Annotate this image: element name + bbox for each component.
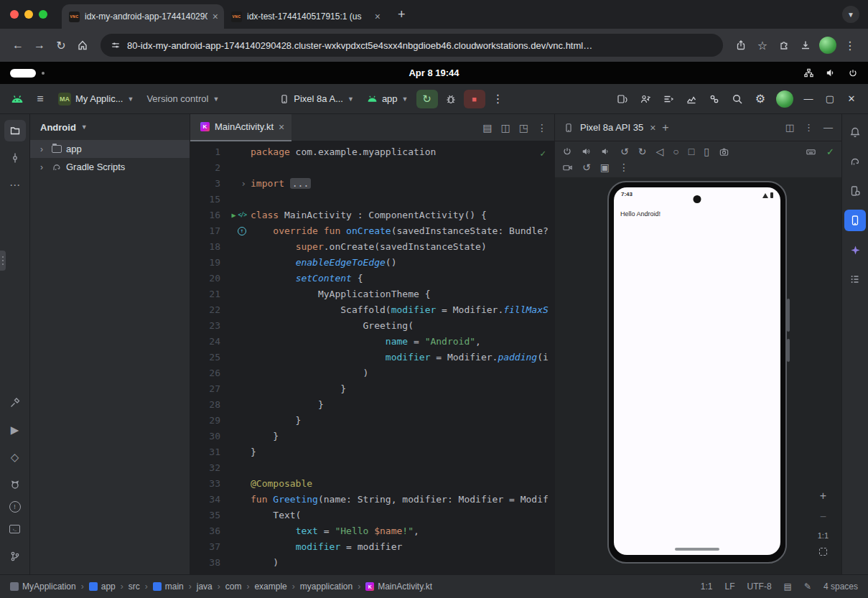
chevron-right-icon[interactable]: › xyxy=(40,144,47,154)
editor-tab-mainactivity[interactable]: MainActivity.kt × xyxy=(190,114,291,141)
tree-item-gradle-scripts[interactable]: › Gradle Scripts xyxy=(30,158,190,176)
snapshot-icon[interactable]: ▣ xyxy=(600,162,610,173)
build-tool-icon[interactable] xyxy=(4,392,26,414)
code-line[interactable]: 26 ) xyxy=(190,365,554,381)
bookmark-star-icon[interactable]: ☆ xyxy=(752,34,773,56)
code-line[interactable]: 24 name = "Android", xyxy=(190,334,554,350)
fit-to-window-icon[interactable] xyxy=(819,548,827,556)
breadcrumb-item[interactable]: KMainActivity.kt xyxy=(365,581,432,592)
run-tool-icon[interactable]: ▶ xyxy=(4,419,26,441)
cursor-position[interactable]: 1:1 xyxy=(701,581,713,592)
ide-maximize-icon[interactable]: ▢ xyxy=(821,93,839,104)
line-separator[interactable]: LF xyxy=(725,581,735,592)
plugins-icon[interactable] xyxy=(704,89,724,109)
build-variants-icon[interactable] xyxy=(658,89,678,109)
close-window-button[interactable] xyxy=(10,10,19,19)
gradle-tool-icon[interactable] xyxy=(844,151,866,172)
tool-window-drag-handle[interactable] xyxy=(0,251,6,271)
app-inspection-icon[interactable] xyxy=(844,268,866,290)
run-gutter-icon[interactable]: ▶ xyxy=(232,207,236,223)
code-line[interactable]: 17↑ override fun onCreate(savedInstanceS… xyxy=(190,223,554,239)
screen-record-icon[interactable] xyxy=(562,162,573,173)
code-line[interactable]: 36 text = "Hello $name!", xyxy=(190,523,554,539)
ide-profile-avatar[interactable] xyxy=(776,90,793,108)
code-line[interactable]: 31} xyxy=(190,444,554,460)
code-line[interactable]: 28 } xyxy=(190,397,554,413)
system-tray[interactable] xyxy=(803,67,858,78)
pen-icon[interactable]: ✎ xyxy=(804,581,811,592)
device-manager-icon[interactable] xyxy=(844,180,866,202)
code-line[interactable]: 22 Scaffold(modifier = Modifier.fillMaxS xyxy=(190,302,554,318)
run-configuration-widget[interactable]: app ▼ xyxy=(362,90,414,107)
android-overview-icon[interactable]: □ xyxy=(689,146,694,157)
code-line[interactable]: 18 super.onCreate(savedInstanceState) xyxy=(190,239,554,255)
forward-icon[interactable]: → xyxy=(29,34,50,56)
logcat-tool-icon[interactable] xyxy=(4,474,26,495)
compose-gutter-icon[interactable]: </> xyxy=(238,207,246,223)
tab-search-icon[interactable]: ▼ xyxy=(842,6,859,23)
code-line[interactable]: 38 ) xyxy=(190,555,554,571)
project-widget[interactable]: MA My Applic... ▼ xyxy=(53,90,139,108)
gemini-icon[interactable] xyxy=(844,239,866,261)
zoom-level-label[interactable]: 1:1 xyxy=(818,531,829,540)
run-button[interactable]: ↻ xyxy=(416,90,438,108)
screenshot-icon[interactable] xyxy=(719,146,729,157)
device-streaming-icon[interactable] xyxy=(612,89,633,109)
breadcrumb-item[interactable]: myapplication xyxy=(300,581,353,592)
split-editor-icon[interactable]: ◫ xyxy=(501,122,510,134)
close-tab-icon[interactable]: × xyxy=(650,122,655,134)
fold-gutter-icon[interactable]: › xyxy=(241,176,246,192)
reader-mode-icon[interactable]: ▤ xyxy=(784,581,792,592)
code-line[interactable]: 30 } xyxy=(190,429,554,444)
device-tab-title[interactable]: Pixel 8a API 35 xyxy=(580,122,643,133)
list-view-icon[interactable]: ▤ xyxy=(482,122,492,134)
hardware-input-icon[interactable] xyxy=(806,146,816,157)
address-bar[interactable]: 80-idx-my-android-app-1744140290428.clus… xyxy=(101,34,723,57)
code-line[interactable]: 35 Text( xyxy=(190,508,554,523)
ide-close-icon[interactable]: ✕ xyxy=(842,93,861,104)
zoom-out-button[interactable]: − xyxy=(820,510,826,523)
project-tool-icon[interactable] xyxy=(4,120,26,141)
settings-gear-icon[interactable]: ⚙ xyxy=(750,89,770,109)
extensions-icon[interactable] xyxy=(773,34,795,56)
reload-icon[interactable]: ↻ xyxy=(50,34,72,56)
code-line[interactable]: 37 modifier = modifier xyxy=(190,539,554,555)
version-control-widget[interactable]: Version control ▼ xyxy=(141,90,224,107)
breadcrumb-item[interactable]: java xyxy=(197,581,213,592)
problems-tool-icon[interactable] xyxy=(9,501,21,513)
split-panel-icon[interactable]: ◫ xyxy=(785,122,794,133)
code-area[interactable]: ✓ 1package com.example.myapplication23›i… xyxy=(190,141,554,574)
app-quality-insights-icon[interactable]: ◇ xyxy=(4,447,26,468)
breadcrumb-item[interactable]: src xyxy=(129,581,140,592)
android-back-icon[interactable]: ◁ xyxy=(655,146,663,157)
panel-options-icon[interactable]: ⋮ xyxy=(804,122,813,133)
rotate-left-icon[interactable]: ↺ xyxy=(620,146,629,157)
volume-up-icon[interactable] xyxy=(582,146,592,156)
terminal-tool-icon[interactable] xyxy=(4,518,26,540)
site-info-icon[interactable] xyxy=(111,40,121,50)
code-line[interactable]: 32 xyxy=(190,460,554,476)
tree-item-app[interactable]: › app xyxy=(30,140,190,158)
commit-tool-icon[interactable] xyxy=(4,147,26,169)
code-line[interactable]: 3›import ... xyxy=(190,176,554,192)
browser-tab-active[interactable]: idx-my-android-app-1744140290428 × xyxy=(62,4,224,29)
url-text[interactable]: 80-idx-my-android-app-1744140290428.clus… xyxy=(127,40,713,51)
zoom-in-button[interactable]: + xyxy=(820,490,826,503)
code-line[interactable]: 21 MyApplicationTheme { xyxy=(190,286,554,302)
rotate-right-icon[interactable]: ↻ xyxy=(638,146,647,157)
code-line[interactable]: 25 modifier = Modifier.padding(i xyxy=(190,350,554,365)
detach-editor-icon[interactable]: ◳ xyxy=(519,122,528,134)
stop-button[interactable]: ■ xyxy=(464,90,485,108)
breadcrumb-item[interactable]: app xyxy=(89,581,116,592)
close-tab-icon[interactable]: × xyxy=(279,121,284,133)
power-button-icon[interactable] xyxy=(562,146,572,156)
breadcrumb-item[interactable]: main xyxy=(153,581,184,592)
new-tab-button[interactable]: + xyxy=(393,7,410,22)
override-gutter-icon[interactable]: ↑ xyxy=(238,227,246,235)
code-line[interactable]: 2 xyxy=(190,160,554,176)
editor-more-icon[interactable]: ⋮ xyxy=(537,122,547,134)
analysis-ok-icon[interactable]: ✓ xyxy=(540,146,546,162)
desktop-clock[interactable]: Apr 8 19:44 xyxy=(0,67,868,78)
profiler-icon[interactable] xyxy=(681,89,701,109)
minimize-window-button[interactable] xyxy=(24,10,33,19)
